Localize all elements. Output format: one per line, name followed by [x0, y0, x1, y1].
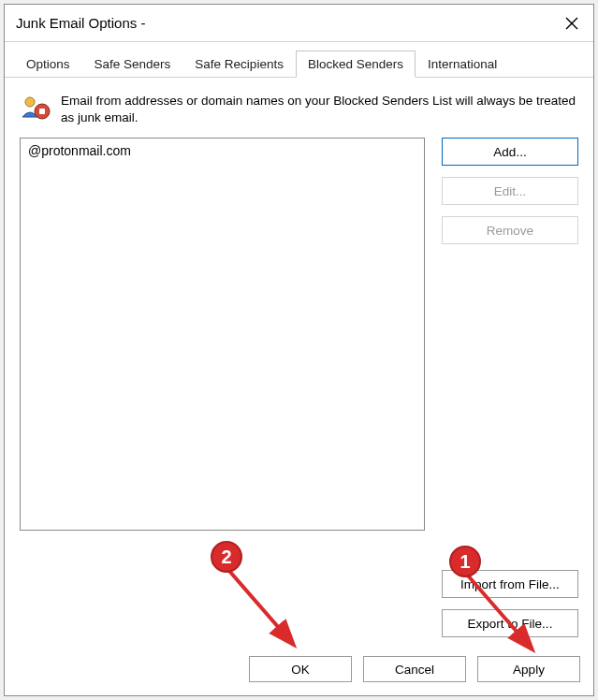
close-icon: [565, 17, 578, 30]
description-text: Email from addresses or domain names on …: [61, 91, 578, 126]
annotation-badge-1: 1: [449, 546, 481, 577]
ok-button[interactable]: OK: [249, 656, 352, 682]
svg-point-2: [25, 97, 35, 107]
blocked-senders-list[interactable]: @protonmail.com: [20, 138, 425, 531]
close-button[interactable]: [550, 5, 593, 42]
tab-safe-senders[interactable]: Safe Senders: [82, 51, 183, 78]
add-button[interactable]: Add...: [442, 138, 578, 166]
tab-options[interactable]: Options: [14, 51, 82, 78]
description-row: Email from addresses or domain names on …: [20, 91, 578, 126]
tab-safe-recipients[interactable]: Safe Recipients: [182, 51, 296, 78]
spacer: [442, 255, 578, 559]
tab-blocked-senders[interactable]: Blocked Senders: [296, 51, 416, 78]
remove-button[interactable]: Remove: [442, 216, 578, 244]
window-title: Junk Email Options -: [16, 15, 145, 31]
tab-international[interactable]: International: [416, 51, 509, 78]
titlebar: Junk Email Options -: [5, 5, 593, 42]
blocked-senders-icon: [20, 91, 51, 123]
list-item[interactable]: @protonmail.com: [26, 142, 418, 159]
tab-strip: Options Safe Senders Safe Recipients Blo…: [5, 42, 593, 78]
annotation-badge-2: 2: [211, 541, 242, 573]
svg-rect-4: [39, 109, 45, 114]
apply-button[interactable]: Apply: [477, 656, 580, 682]
main-row: @protonmail.com Add... Edit... Remove Im…: [20, 138, 578, 637]
cancel-button[interactable]: Cancel: [363, 656, 466, 682]
annotation-arrow-1: [463, 571, 547, 660]
edit-button[interactable]: Edit...: [442, 177, 578, 205]
tab-content: Email from addresses or domain names on …: [5, 78, 593, 647]
annotation-arrow-2: [225, 566, 309, 655]
